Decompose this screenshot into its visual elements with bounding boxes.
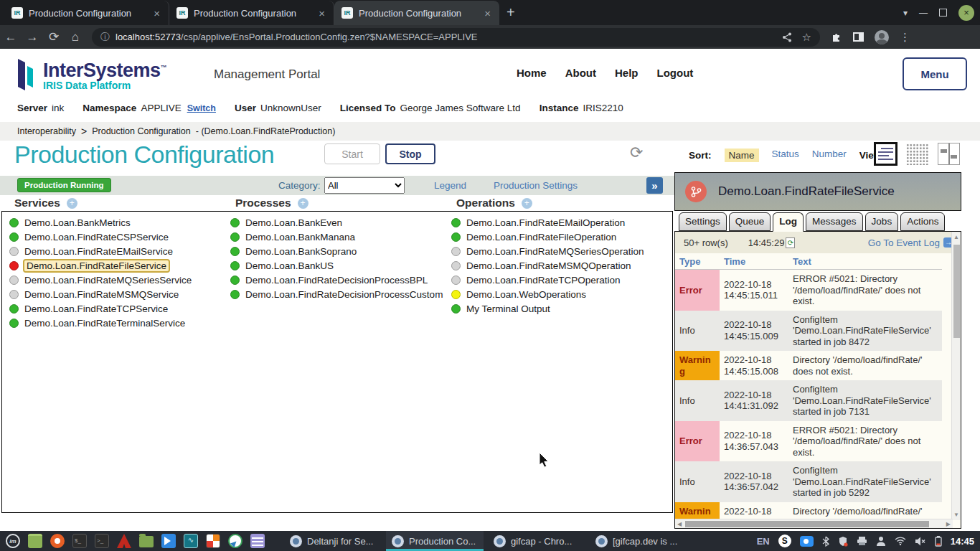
- browser-tab[interactable]: IR Production Configuration ×: [169, 1, 334, 25]
- extensions-puzzle-icon[interactable]: [831, 32, 842, 42]
- vertical-scroll-thumb[interactable]: [953, 245, 960, 338]
- vertical-scrollbar[interactable]: ▲ ▼: [951, 232, 961, 520]
- process-item[interactable]: Demo.Loan.FindRateDecisionProcessCustom: [230, 287, 443, 301]
- service-item[interactable]: Demo.Loan.FindRateTCPService: [9, 301, 192, 316]
- stop-button[interactable]: Stop: [385, 143, 435, 164]
- operation-item[interactable]: Demo.Loan.WebOperations: [451, 287, 644, 301]
- home-icon[interactable]: ⌂: [65, 30, 86, 44]
- horizontal-scrollbar[interactable]: ◀ ▶: [675, 519, 953, 528]
- log-row[interactable]: Warning 2022-10-18 14:45:15.008 Director…: [675, 351, 942, 380]
- panel-tab[interactable]: Log: [773, 212, 804, 232]
- mint-menu-icon[interactable]: lm: [6, 534, 20, 548]
- panel-tab[interactable]: Messages: [806, 212, 863, 231]
- add-operation-icon[interactable]: +: [522, 198, 532, 209]
- breadcrumb-root-link[interactable]: Interoperability: [17, 126, 76, 136]
- site-info-icon[interactable]: ⓘ: [100, 31, 110, 44]
- red-app-icon[interactable]: [117, 534, 131, 548]
- calculator-icon[interactable]: [206, 534, 220, 548]
- service-item[interactable]: Demo.Loan.FindRateMQSeriesService: [9, 273, 192, 287]
- operation-item[interactable]: My Terminal Output: [451, 301, 644, 316]
- operation-item[interactable]: Demo.Loan.FindRateEMailOperation: [451, 215, 644, 230]
- split-view-icon[interactable]: [938, 143, 960, 165]
- list-view-icon[interactable]: [874, 142, 897, 166]
- log-row[interactable]: Info 2022-10-18 14:41:31.092 ConfigItem …: [675, 380, 942, 421]
- forward-icon[interactable]: →: [22, 30, 43, 44]
- taskbar-window-button[interactable]: [gifcap.dev is ...: [590, 531, 687, 551]
- reload-icon[interactable]: ⟳: [43, 29, 65, 44]
- zoom-tray-icon[interactable]: [800, 536, 814, 547]
- col-time[interactable]: Time: [720, 253, 788, 270]
- operation-item[interactable]: Demo.Loan.FindRateFileOperation: [451, 230, 644, 244]
- sort-option[interactable]: Number: [812, 149, 847, 162]
- close-icon[interactable]: ×: [958, 5, 974, 21]
- taskbar-window-button[interactable]: Deltanji for Se...: [284, 531, 382, 551]
- log-row[interactable]: Info 2022-10-18 14:36:57.042 ConfigItem …: [675, 461, 942, 502]
- log-row[interactable]: Error 2022-10-18 14:36:57.043 ERROR #502…: [675, 421, 942, 462]
- service-item[interactable]: Demo.Loan.FindRateTerminalService: [9, 316, 192, 330]
- scroll-down-icon[interactable]: ▼: [953, 512, 959, 518]
- bluetooth-icon[interactable]: [822, 536, 829, 547]
- process-item[interactable]: Demo.Loan.BankManana: [230, 230, 443, 244]
- tab-close-icon[interactable]: ×: [483, 7, 492, 19]
- nav-link[interactable]: Logout: [657, 67, 694, 79]
- switch-link[interactable]: Switch: [187, 103, 216, 113]
- expand-panel-button[interactable]: »: [646, 177, 663, 194]
- scroll-left-icon[interactable]: ◀: [677, 521, 682, 527]
- event-log-link[interactable]: Go To Event Log→: [868, 237, 953, 248]
- legend-link[interactable]: Legend: [434, 180, 466, 191]
- category-select[interactable]: All: [324, 177, 405, 194]
- user-tray-icon[interactable]: [876, 536, 886, 546]
- bookmark-star-icon[interactable]: ☆: [802, 31, 811, 44]
- process-item[interactable]: Demo.Loan.BankSoprano: [230, 244, 443, 258]
- vscode-icon[interactable]: [161, 534, 176, 548]
- log-row[interactable]: Info 2022-10-18 14:45:15.009 ConfigItem …: [675, 311, 942, 352]
- back-icon[interactable]: ←: [0, 30, 22, 44]
- nav-link[interactable]: Help: [615, 67, 639, 79]
- browser-tab[interactable]: IR Production Configuration ×: [334, 1, 499, 25]
- taskbar-window-button[interactable]: gifcap - Chro...: [488, 531, 585, 551]
- grid-view-icon[interactable]: [906, 143, 929, 165]
- scroll-up-icon[interactable]: ▲: [953, 234, 959, 240]
- panel-tab[interactable]: Actions: [900, 212, 945, 231]
- skype-tray-icon[interactable]: S: [778, 534, 791, 547]
- folder-icon[interactable]: [139, 536, 154, 547]
- service-item[interactable]: Demo.Loan.FindRateEMailService: [9, 244, 192, 258]
- chevron-down-icon[interactable]: ▾: [903, 8, 908, 18]
- notes-app-icon[interactable]: [250, 534, 265, 548]
- files-app-icon[interactable]: [28, 534, 42, 548]
- add-service-icon[interactable]: +: [67, 198, 77, 209]
- process-item[interactable]: Demo.Loan.FindRateDecisionProcessBPL: [230, 273, 443, 287]
- tab-close-icon[interactable]: ×: [317, 7, 326, 19]
- nav-link[interactable]: Home: [517, 67, 547, 79]
- start-button[interactable]: Start: [324, 143, 380, 164]
- kebab-menu-icon[interactable]: ⋮: [900, 31, 910, 44]
- address-bar[interactable]: ⓘ localhost:52773/csp/applive/EnsPortal.…: [92, 28, 820, 47]
- process-item[interactable]: Demo.Loan.BankUS: [230, 258, 443, 273]
- nav-link[interactable]: About: [565, 67, 596, 79]
- process-item[interactable]: Demo.Loan.BankEven: [230, 215, 443, 230]
- panel-tab[interactable]: Settings: [679, 212, 727, 231]
- operation-item[interactable]: Demo.Loan.FindRateMQSeriesOperation: [451, 244, 644, 258]
- restore-icon[interactable]: [939, 9, 947, 17]
- battery-icon[interactable]: [935, 536, 942, 547]
- col-type[interactable]: Type: [675, 253, 720, 270]
- terminal-icon[interactable]: $_: [72, 534, 87, 548]
- side-panel-icon[interactable]: [853, 32, 864, 42]
- scroll-right-icon[interactable]: ▶: [946, 521, 951, 527]
- sort-option[interactable]: Name: [725, 149, 759, 162]
- panel-tab[interactable]: Jobs: [865, 212, 899, 231]
- service-item[interactable]: Demo.Loan.FindRateFileService: [9, 258, 192, 273]
- operation-item[interactable]: Demo.Loan.FindRateMSMQOperation: [451, 258, 644, 273]
- tab-close-icon[interactable]: ×: [152, 7, 161, 19]
- profile-avatar[interactable]: [875, 30, 889, 44]
- auto-refresh-icon[interactable]: ⟳: [786, 237, 795, 248]
- browser-tab[interactable]: IR Production Configuration ×: [4, 1, 169, 25]
- shield-update-icon[interactable]: [838, 536, 848, 547]
- share-icon[interactable]: [782, 32, 792, 42]
- service-item[interactable]: Demo.Loan.BankMetrics: [9, 215, 192, 230]
- sort-option[interactable]: Status: [772, 149, 799, 162]
- horizontal-scroll-thumb[interactable]: [685, 521, 929, 527]
- add-process-icon[interactable]: +: [298, 198, 308, 209]
- minimize-icon[interactable]: —: [919, 8, 928, 18]
- service-item[interactable]: Demo.Loan.FindRateMSMQService: [9, 287, 192, 301]
